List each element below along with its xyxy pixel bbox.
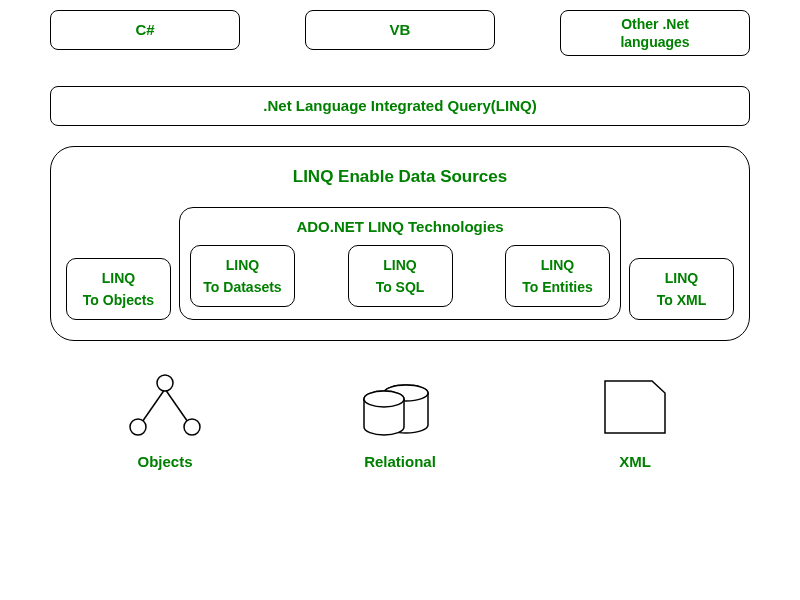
document-icon — [590, 371, 680, 441]
provider-line1: LINQ — [67, 267, 170, 289]
data-sources-container: LINQ Enable Data Sources LINQ To Objects… — [50, 146, 750, 341]
provider-line1: LINQ — [630, 267, 733, 289]
store-xml: XML — [590, 371, 680, 470]
data-sources-title: LINQ Enable Data Sources — [66, 167, 734, 187]
store-relational: Relational — [350, 371, 450, 470]
store-objects-label: Objects — [120, 453, 210, 470]
providers-row: LINQ To Objects ADO.NET LINQ Technologie… — [66, 207, 734, 320]
tree-icon — [120, 371, 210, 441]
svg-line-0 — [140, 389, 165, 425]
provider-line2: To Datasets — [191, 276, 294, 298]
language-other: Other .Net languages — [560, 10, 750, 56]
provider-linq-to-xml: LINQ To XML — [629, 258, 734, 320]
language-csharp: C# — [50, 10, 240, 50]
provider-linq-to-entities: LINQ To Entities — [505, 245, 610, 307]
language-other-label: Other .Net languages — [620, 15, 689, 51]
store-objects: Objects — [120, 371, 210, 470]
languages-row: C# VB Other .Net languages — [50, 10, 750, 56]
linq-row: .Net Language Integrated Query(LINQ) — [50, 86, 750, 126]
ado-providers-row: LINQ To Datasets LINQ To SQL LINQ To Ent… — [190, 245, 610, 307]
ado-title: ADO.NET LINQ Technologies — [190, 218, 610, 235]
svg-line-1 — [165, 389, 190, 425]
language-vb: VB — [305, 10, 495, 50]
svg-point-8 — [364, 391, 404, 407]
provider-linq-to-objects: LINQ To Objects — [66, 258, 171, 320]
database-icon — [350, 371, 450, 441]
provider-line1: LINQ — [191, 254, 294, 276]
store-relational-label: Relational — [350, 453, 450, 470]
provider-linq-to-sql: LINQ To SQL — [348, 245, 453, 307]
store-xml-label: XML — [590, 453, 680, 470]
svg-point-3 — [130, 419, 146, 435]
ado-container: ADO.NET LINQ Technologies LINQ To Datase… — [179, 207, 621, 320]
provider-line2: To Objects — [67, 289, 170, 311]
provider-linq-to-datasets: LINQ To Datasets — [190, 245, 295, 307]
provider-line2: To Entities — [506, 276, 609, 298]
svg-point-4 — [184, 419, 200, 435]
provider-line1: LINQ — [506, 254, 609, 276]
provider-line2: To XML — [630, 289, 733, 311]
provider-line1: LINQ — [349, 254, 452, 276]
svg-point-2 — [157, 375, 173, 391]
provider-line2: To SQL — [349, 276, 452, 298]
stores-row: Objects Relational XML — [50, 371, 750, 470]
linq-bar: .Net Language Integrated Query(LINQ) — [50, 86, 750, 126]
